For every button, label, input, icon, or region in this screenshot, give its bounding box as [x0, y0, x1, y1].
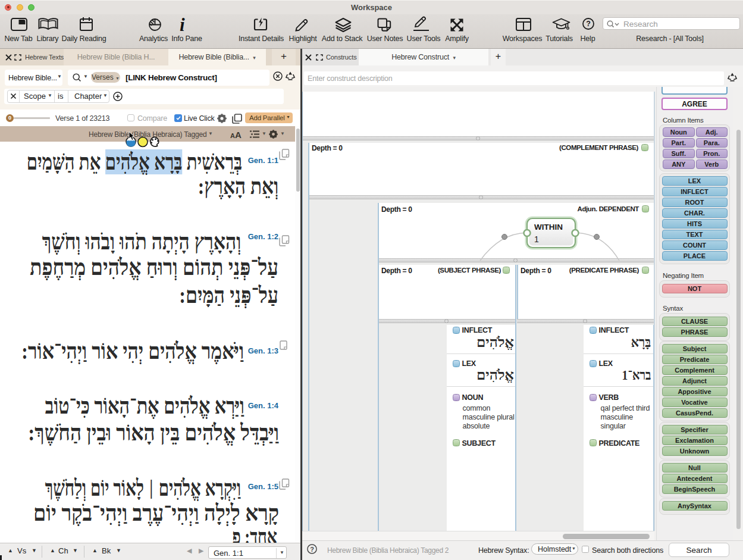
svg-text:?: ? — [310, 546, 314, 553]
svg-text:1: 1 — [534, 234, 539, 244]
svg-text:?: ? — [586, 20, 591, 28]
svg-text:WITHIN: WITHIN — [534, 223, 563, 231]
